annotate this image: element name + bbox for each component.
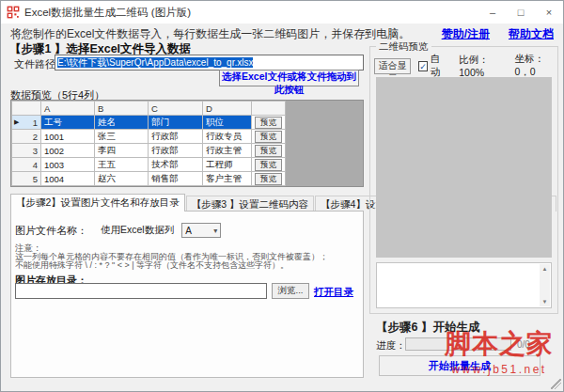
header-row: 将您制作的Excel文件数据导入，每行数据生成一张二维码图片，并保存到电脑。 赞… bbox=[10, 26, 554, 42]
grid-cell[interactable]: 行政部 bbox=[149, 144, 203, 158]
grid-action-cell: 预览 bbox=[252, 116, 286, 130]
scale-label: 比例：100% bbox=[459, 54, 501, 78]
table-row[interactable]: 3 1002 李四 行政部 行政主管 预览 bbox=[12, 144, 286, 158]
grid-cell[interactable]: 部门 bbox=[149, 116, 203, 130]
grid-action-col-header bbox=[252, 102, 286, 116]
grid-cell[interactable]: 行政部 bbox=[149, 130, 203, 144]
save-dir-input[interactable] bbox=[15, 283, 267, 299]
tab-step3-qr-content[interactable]: 【步骤3 】设置二维码内容 bbox=[186, 196, 314, 212]
window-controls: – □ × bbox=[478, 1, 563, 24]
grid-cell[interactable]: 行政专员 bbox=[203, 130, 252, 144]
row-preview-button[interactable]: 预览 bbox=[255, 173, 282, 185]
title-bar: Excel数据批量生成二维码 (图片版) – □ × bbox=[1, 1, 563, 24]
grid-action-cell: 预览 bbox=[252, 130, 286, 144]
grid-action-cell: 预览 bbox=[252, 172, 286, 186]
grid-col-header[interactable]: A bbox=[41, 102, 95, 116]
grid-corner-cell bbox=[12, 102, 41, 116]
grid-cell[interactable]: 技术部 bbox=[149, 158, 203, 172]
app-qr-icon bbox=[7, 6, 20, 19]
grid-cell[interactable]: 工程师 bbox=[203, 158, 252, 172]
row-preview-button[interactable]: 预览 bbox=[255, 131, 282, 143]
table-row[interactable]: 2 1001 张三 行政部 行政专员 预览 bbox=[12, 130, 286, 144]
grid-cell[interactable]: 1003 bbox=[41, 158, 95, 172]
file-path-value: E:\软件下载\SuperQr\AppData\excel_to_qr.xlsx bbox=[57, 57, 253, 68]
qr-preview-canvas[interactable] bbox=[376, 77, 552, 258]
select-excel-button[interactable]: 选择Excel文件或将文件拖动到此按钮 bbox=[219, 70, 359, 86]
scroll-up-icon[interactable]: ▲ bbox=[542, 266, 548, 272]
qr-preview-title: 二维码预览 bbox=[376, 40, 431, 54]
grid-cell[interactable]: 职位 bbox=[203, 116, 252, 130]
step6-title: 【步骤6 】开始生成 bbox=[376, 320, 479, 336]
note-line-2: 不能使用特殊字符 \ / : * ? " < > | 等字符（文件名不支持包含这… bbox=[15, 259, 289, 272]
grid-col-header[interactable]: C bbox=[149, 102, 203, 116]
grid-header-row: A B C D bbox=[12, 102, 286, 116]
column-selected-value: A bbox=[185, 226, 192, 236]
row-header[interactable]: 4 bbox=[12, 158, 41, 172]
qr-content-textbox[interactable]: ▲ ▼ bbox=[376, 262, 552, 308]
sponsor-register-link[interactable]: 赞助/注册 bbox=[442, 26, 490, 42]
grid-cell[interactable]: 销售部 bbox=[149, 172, 203, 186]
row-preview-button[interactable]: 预览 bbox=[255, 145, 282, 157]
browse-button[interactable]: 浏览... bbox=[272, 283, 309, 299]
tab-step2-filename-dir[interactable]: 【步骤2】设置图片文件名和存放目录 bbox=[10, 194, 185, 212]
scroll-down-icon[interactable]: ▼ bbox=[542, 299, 548, 305]
file-path-input[interactable]: E:\软件下载\SuperQr\AppData\excel_to_qr.xlsx bbox=[55, 55, 364, 71]
use-excel-column-label: 使用Excel数据列 bbox=[101, 224, 174, 237]
row-preview-button[interactable]: 预览 bbox=[255, 159, 282, 171]
row-header[interactable]: 2 bbox=[12, 130, 41, 144]
column-select-dropdown[interactable]: A ▾ bbox=[181, 223, 221, 238]
grid-cell[interactable]: 1004 bbox=[41, 172, 95, 186]
minimize-button[interactable]: – bbox=[478, 1, 507, 24]
grid-cell[interactable]: 行政主管 bbox=[203, 144, 252, 158]
maximize-button[interactable]: □ bbox=[507, 1, 535, 24]
grid-col-header[interactable]: B bbox=[95, 102, 149, 116]
current-row-marker-icon: ▶ bbox=[14, 118, 19, 126]
row-header[interactable]: ▶1 bbox=[12, 116, 41, 130]
data-grid: A B C D ▶1 工号 姓名 部门 职位 预览 2 1001 张三 行政部 … bbox=[11, 101, 286, 186]
table-row[interactable]: 4 1003 王五 技术部 工程师 预览 bbox=[12, 158, 286, 172]
start-batch-generate-button[interactable]: 开始批量生成 bbox=[379, 355, 540, 376]
scrollbar[interactable]: ▲ ▼ bbox=[540, 264, 550, 306]
table-row[interactable]: ▶1 工号 姓名 部门 职位 预览 bbox=[12, 116, 286, 130]
grid-cell[interactable]: 王五 bbox=[95, 158, 149, 172]
row-header[interactable]: 3 bbox=[12, 144, 41, 158]
close-button[interactable]: × bbox=[535, 1, 563, 24]
app-window: Excel数据批量生成二维码 (图片版) – □ × 将您制作的Excel文件数… bbox=[0, 0, 564, 392]
tab-page-step2: 图片文件名称： 使用Excel数据列 A ▾ 注意： 这一列每个单元格的内容不要… bbox=[10, 211, 364, 378]
row-preview-button[interactable]: 预览 bbox=[255, 117, 282, 129]
grid-cell[interactable]: 1002 bbox=[41, 144, 95, 158]
auto-checkbox[interactable]: ✓ bbox=[418, 61, 428, 71]
table-row[interactable]: 5 1004 赵六 销售部 客户主管 预览 bbox=[12, 172, 286, 186]
intro-text: 将您制作的Excel文件数据导入，每行数据生成一张二维码图片，并保存到电脑。 bbox=[10, 26, 410, 42]
grid-action-cell: 预览 bbox=[252, 144, 286, 158]
grid-cell[interactable]: 工号 bbox=[41, 116, 95, 130]
row-header[interactable]: 5 bbox=[12, 172, 41, 186]
data-grid-region: A B C D ▶1 工号 姓名 部门 职位 预览 2 1001 张三 行政部 … bbox=[10, 100, 364, 187]
open-dir-link[interactable]: 打开目录 bbox=[314, 286, 353, 299]
chevron-down-icon: ▾ bbox=[213, 227, 217, 235]
auto-checkbox-label: 自动 bbox=[431, 53, 445, 79]
grid-cell[interactable]: 1001 bbox=[41, 130, 95, 144]
resize-grip-icon[interactable] bbox=[551, 379, 561, 389]
grid-action-cell: 预览 bbox=[252, 158, 286, 172]
window-title: Excel数据批量生成二维码 (图片版) bbox=[24, 6, 191, 20]
grid-cell[interactable]: 姓名 bbox=[95, 116, 149, 130]
progress-count: 0/0 bbox=[517, 339, 530, 350]
fit-display-button[interactable]: 适合显示 bbox=[374, 58, 411, 74]
qr-preview-toolbar: 适合显示 ✓ 自动 比例：100% 坐标：0，0 bbox=[374, 53, 554, 79]
grid-cell[interactable]: 客户主管 bbox=[203, 172, 252, 186]
grid-cell[interactable]: 赵六 bbox=[95, 172, 149, 186]
grid-cell[interactable]: 张三 bbox=[95, 130, 149, 144]
filename-label: 图片文件名称： bbox=[15, 224, 87, 238]
grid-col-header[interactable]: D bbox=[203, 102, 252, 116]
help-doc-link[interactable]: 帮助文档 bbox=[509, 26, 554, 42]
grid-cell[interactable]: 李四 bbox=[95, 144, 149, 158]
qr-preview-groupbox: 二维码预览 适合显示 ✓ 自动 比例：100% 坐标：0，0 ▲ ▼ bbox=[369, 46, 558, 314]
coord-label: 坐标：0，0 bbox=[514, 53, 554, 79]
progress-label: 进度： bbox=[376, 339, 406, 353]
progress-bar bbox=[405, 337, 511, 351]
